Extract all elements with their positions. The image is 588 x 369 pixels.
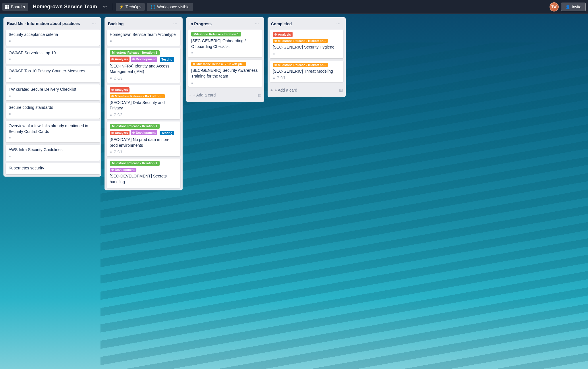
board-columns: Read Me - Information about practices ··… <box>0 14 588 369</box>
label-milestone-iteration1: Milestone Release - Iteration 1 <box>110 50 160 55</box>
column-menu-button-completed[interactable]: ··· <box>334 20 342 27</box>
board-title: Homegrown Service Team <box>30 4 99 10</box>
label-testing: Testing <box>160 131 174 135</box>
template-icon: ▦ <box>339 88 343 92</box>
checklist-badge: ☑ 0/1 <box>276 76 285 80</box>
column-inprogress: In Progress ··· Milestone Release - Iter… <box>186 17 264 102</box>
description-icon: ≡ <box>9 136 11 140</box>
add-card-button-completed[interactable]: + + Add a card ▦ <box>268 86 346 95</box>
board-menu-button[interactable]: Board ▾ <box>2 3 28 11</box>
card-meta: ≡ <box>9 94 97 98</box>
card-security-training[interactable]: Milestone Release - Kickoff ph... [SEC-G… <box>188 60 262 87</box>
label-analysis: Analysis <box>110 131 129 135</box>
card-aws-infra[interactable]: AWS Infra Security Guidelines ≡ <box>6 145 100 161</box>
column-menu-button-inprogress[interactable]: ··· <box>253 20 261 27</box>
card-title: OWASP Serverless top 10 <box>9 50 97 56</box>
card-title: AWS Infra Security Guidelines <box>9 147 97 153</box>
column-menu-button-backlog[interactable]: ··· <box>171 20 179 27</box>
description-icon: ≡ <box>9 154 11 159</box>
card-labels: Milestone Release - Iteration 1 Analysis… <box>110 50 177 62</box>
workspace-label: Workspace visible <box>157 5 189 9</box>
card-title: Kubernetes security <box>9 165 97 171</box>
card-owasp-serverless[interactable]: OWASP Serverless top 10 ≡ <box>6 48 100 64</box>
card-title: Secure coding standards <box>9 105 97 111</box>
card-meta: ≡ <box>9 136 97 140</box>
card-meta: ≡ <box>273 52 341 56</box>
card-no-prod-data[interactable]: Milestone Release - Iteration 1 Analysis… <box>107 121 180 156</box>
add-card-label: + Add a card <box>193 93 216 97</box>
column-title-inprogress: In Progress <box>189 22 212 26</box>
column-body-backlog: Homegrown Service Team Archetype ≡ Miles… <box>105 30 183 190</box>
card-meta: ≡ <box>9 154 97 159</box>
label-analysis: Analysis <box>110 87 129 92</box>
column-header-completed: Completed ··· <box>268 17 346 30</box>
card-labels: Milestone Release - Iteration 1 Analysis… <box>110 124 177 135</box>
techops-button[interactable]: ⚡ TechOps <box>116 3 145 11</box>
description-icon: ≡ <box>191 51 193 55</box>
card-secure-coding[interactable]: Secure coding standards ≡ <box>6 103 100 119</box>
header-divider <box>112 3 112 10</box>
card-threat-modeling[interactable]: Milestone Release - Kickoff ph... [SEC-G… <box>270 61 343 82</box>
card-owasp-privacy[interactable]: OWASP Top 10 Privacy Counter-Measures ≡ <box>6 66 100 82</box>
card-meta: ≡ <box>191 81 259 85</box>
card-title: [SEC-INFRA] Identity and Access Manageme… <box>110 63 177 75</box>
card-meta: ≡ <box>9 76 97 80</box>
invite-button[interactable]: 👤 Invite <box>561 3 586 11</box>
add-card-button-inprogress[interactable]: + + Add a card ▦ <box>186 90 264 100</box>
card-title: [SEC-GENERIC] Security Hygiene <box>273 45 341 50</box>
card-title: [SEC-GENERIC] Threat Modeling <box>273 69 341 74</box>
column-completed: Completed ··· Analysis Milestone Release… <box>268 17 346 97</box>
label-analysis: Analysis <box>110 57 129 62</box>
card-title: TW curated Secure Delivery Checklist <box>9 87 97 92</box>
add-card-label: + Add a card <box>274 88 297 92</box>
column-body-readme: Security acceptance criteria ≡ OWASP Ser… <box>3 30 101 177</box>
label-milestone-iteration1: Milestone Release - Iteration 1 <box>191 32 241 36</box>
workspace-visible-button[interactable]: 🌐 Workspace visible <box>147 3 193 11</box>
techops-icon: ⚡ <box>119 5 124 9</box>
card-labels: Analysis Milestone Release - Kickoff ph.… <box>273 32 341 43</box>
label-milestone-iteration1: Milestone Release - Iteration 1 <box>110 161 160 166</box>
description-icon: ≡ <box>110 113 112 117</box>
star-button[interactable]: ☆ <box>102 3 109 11</box>
card-tw-secure-delivery[interactable]: TW curated Secure Delivery Checklist ≡ <box>6 84 100 101</box>
plus-icon: + <box>189 93 191 97</box>
card-overview-links[interactable]: Overview of a few links already mentione… <box>6 121 100 142</box>
card-kubernetes[interactable]: Kubernetes security <box>6 163 100 175</box>
card-meta: ≡ <box>9 57 97 61</box>
card-onboarding[interactable]: Milestone Release - Iteration 1 [SEC-GEN… <box>188 30 262 57</box>
card-data-security[interactable]: Analysis Milestone Release - Kickoff ph.… <box>107 85 180 119</box>
card-title: OWASP Top 10 Privacy Counter-Measures <box>9 68 97 74</box>
card-meta: ≡ <box>9 112 97 116</box>
card-meta: ≡ ☑ 0/2 <box>110 113 177 117</box>
card-secrets[interactable]: Milestone Release - Iteration 1 Developm… <box>107 159 180 188</box>
template-icon: ▦ <box>258 93 261 97</box>
card-title: Homegrown Service Team Archetype <box>110 32 177 38</box>
avatar[interactable]: TW <box>550 2 559 11</box>
checklist-badge: ☑ 0/2 <box>113 113 122 117</box>
card-iam[interactable]: Milestone Release - Iteration 1 Analysis… <box>107 48 180 83</box>
board-label: Board <box>11 5 22 9</box>
description-icon: ≡ <box>9 94 11 98</box>
board-icon <box>5 5 9 9</box>
description-icon: ≡ <box>110 76 112 80</box>
description-icon: ≡ <box>9 76 11 80</box>
label-development: Development <box>110 168 136 172</box>
header-right-section: TW 👤 Invite <box>550 2 586 11</box>
card-labels: Milestone Release - Iteration 1 Developm… <box>110 161 177 172</box>
label-milestone-iteration1: Milestone Release - Iteration 1 <box>110 124 160 129</box>
description-icon: ≡ <box>110 150 112 154</box>
checklist-badge: ☑ 0/3 <box>113 76 122 80</box>
card-archetype[interactable]: Homegrown Service Team Archetype ≡ <box>107 30 180 46</box>
plus-icon: + <box>270 88 273 92</box>
description-icon: ≡ <box>9 39 11 43</box>
card-security-hygiene[interactable]: Analysis Milestone Release - Kickoff ph.… <box>270 30 343 58</box>
card-title: [SEC-DEVELOPMENT] Secrets handling <box>110 173 177 185</box>
card-title: Overview of a few links already mentione… <box>9 123 97 134</box>
star-icon: ☆ <box>103 4 107 10</box>
column-menu-button-readme[interactable]: ··· <box>90 20 98 27</box>
card-meta: ≡ ☑ 0/1 <box>110 150 177 154</box>
card-security-acceptance[interactable]: Security acceptance criteria ≡ <box>6 30 100 46</box>
label-milestone-kickoff: Milestone Release - Kickoff ph... <box>273 39 328 43</box>
description-icon: ≡ <box>191 81 193 85</box>
label-development: Development <box>131 57 157 62</box>
